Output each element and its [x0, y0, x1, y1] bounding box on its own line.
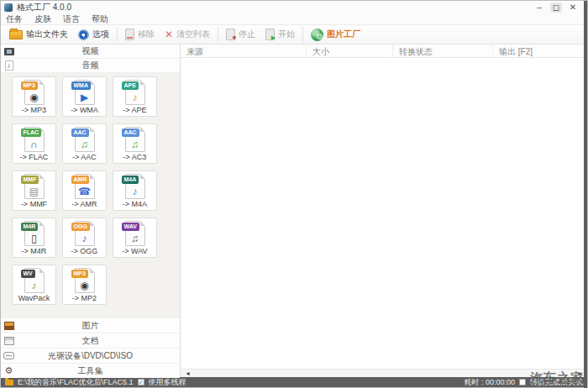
- options-button[interactable]: 选项: [73, 27, 114, 42]
- shutdown-checkbox[interactable]: [519, 379, 526, 385]
- convert-button-label: -> APE: [123, 106, 146, 114]
- remove-label: 移除: [138, 29, 155, 40]
- format-glyph-icon: ♫: [76, 138, 94, 151]
- picture-factory-button[interactable]: 图片工厂: [306, 27, 365, 43]
- toolset-label: 工具集: [1, 365, 180, 377]
- sidebar-item-audio[interactable]: ♪ 音频: [1, 59, 180, 73]
- audio-convert-button[interactable]: M4R▯-> M4R: [12, 218, 56, 258]
- format-glyph-icon: ♪: [25, 279, 44, 292]
- watermark: 汽车之家: [530, 370, 584, 386]
- disc-label: 光驱设备\DVD\CD\ISO: [1, 350, 180, 362]
- format-badge: APE: [122, 81, 139, 90]
- format-glyph-icon: ▤: [25, 185, 44, 198]
- sidebar-item-disc[interactable]: 光驱设备\DVD\CD\ISO: [1, 348, 180, 363]
- menu-skin[interactable]: 皮肤: [34, 13, 51, 24]
- status-bar: E:\我的音乐\FLAC优化后\FLAC5.1 ✓ 使用多线程 耗时 : 00:…: [1, 377, 587, 387]
- picture-factory-icon: [311, 29, 323, 41]
- file-format-icon: WV♪: [24, 268, 45, 293]
- audio-convert-button[interactable]: APE♪-> APE: [113, 76, 157, 117]
- file-format-icon: M4R▯: [24, 221, 45, 246]
- sidebar-item-picture[interactable]: 图片: [1, 317, 180, 333]
- audio-convert-button[interactable]: FLAC∩-> FLAC: [12, 123, 56, 164]
- start-button[interactable]: ▶ 开始: [260, 27, 300, 42]
- file-format-icon: OGG♪: [75, 221, 95, 246]
- file-format-icon: MP3◉: [24, 80, 45, 105]
- sidebar-item-document[interactable]: 文档: [1, 333, 180, 348]
- start-icon: ▶: [265, 29, 275, 40]
- column-output[interactable]: 输出 [F2]: [493, 45, 587, 57]
- format-badge: OGG: [71, 223, 90, 231]
- convert-button-label: -> WAV: [122, 247, 147, 255]
- picture-factory-label: 图片工厂: [327, 29, 360, 40]
- audio-convert-button[interactable]: WV♪WavPack: [12, 265, 56, 305]
- convert-button-label: -> FLAC: [20, 153, 49, 161]
- file-format-icon: AMR☎: [75, 174, 95, 199]
- format-badge: WAV: [122, 223, 139, 231]
- clear-list-icon: ✕: [165, 29, 173, 39]
- stop-label: 停止: [239, 29, 255, 40]
- file-format-icon: MP3◉: [75, 268, 95, 293]
- audio-convert-button[interactable]: OGG♪-> OGG: [62, 218, 107, 258]
- menu-help[interactable]: 帮助: [92, 13, 108, 24]
- multithread-label: 使用多线程: [149, 377, 186, 388]
- format-badge: WV: [21, 270, 35, 278]
- sidebar-item-toolset[interactable]: ⚙ 工具集: [1, 363, 180, 378]
- column-source[interactable]: 来源: [181, 45, 307, 57]
- column-status[interactable]: 转换状态: [393, 45, 493, 57]
- format-badge: M4R: [21, 223, 39, 231]
- audio-convert-button[interactable]: MMF▤-> MMF: [12, 170, 56, 211]
- audio-convert-button[interactable]: WMA▶-> WMA: [62, 76, 107, 117]
- multithread-checkbox[interactable]: ✓: [138, 379, 144, 385]
- convert-button-label: -> AC3: [123, 153, 147, 161]
- audio-convert-button[interactable]: AAC♫-> AC3: [113, 123, 157, 164]
- minimize-button[interactable]: –: [533, 3, 545, 13]
- output-path[interactable]: E:\我的音乐\FLAC优化后\FLAC5.1: [18, 377, 134, 388]
- file-list-body[interactable]: [181, 58, 587, 369]
- toolbar-separator: [117, 27, 118, 42]
- clear-list-button[interactable]: ✕ 清空列表: [160, 27, 215, 42]
- format-glyph-icon: ∩: [25, 138, 44, 151]
- audio-convert-button[interactable]: AAC♫-> AAC: [62, 123, 107, 164]
- menu-task[interactable]: 任务: [6, 13, 23, 24]
- format-badge: AAC: [71, 128, 89, 137]
- format-badge: AMR: [71, 176, 90, 184]
- audio-convert-button[interactable]: MP3◉-> MP2: [62, 265, 107, 305]
- maximize-button[interactable]: ◻: [550, 3, 562, 13]
- audio-convert-button[interactable]: M4A♪-> M4A: [113, 170, 157, 211]
- window-edge: [584, 1, 587, 388]
- file-format-icon: APE♪: [125, 80, 145, 105]
- remove-button[interactable]: 移除: [120, 27, 160, 42]
- format-glyph-icon: ◉: [25, 91, 44, 104]
- window-controls: – ◻ ✕: [533, 3, 584, 13]
- format-badge: MP3: [71, 270, 88, 278]
- sidebar-item-video[interactable]: 视频: [1, 45, 180, 59]
- format-badge: AAC: [122, 128, 139, 137]
- stop-button[interactable]: ■ 停止: [221, 27, 260, 42]
- file-format-icon: WAV♫: [125, 221, 145, 246]
- convert-button-label: -> AMR: [71, 200, 97, 208]
- format-badge: MP3: [21, 81, 38, 90]
- menu-language[interactable]: 语言: [63, 13, 80, 24]
- convert-button-label: -> MMF: [21, 200, 47, 208]
- scroll-left-icon[interactable]: ◄: [185, 370, 191, 377]
- audio-convert-button[interactable]: MP3◉-> MP3: [12, 76, 56, 117]
- format-badge: WMA: [71, 81, 92, 90]
- audio-label: 音频: [1, 60, 180, 71]
- audio-convert-button[interactable]: AMR☎-> AMR: [62, 170, 107, 211]
- disc-drive-icon: [3, 351, 14, 361]
- video-label: 视频: [1, 45, 180, 57]
- toolbar-separator: [218, 27, 218, 42]
- format-badge: FLAC: [21, 128, 42, 137]
- elapsed-time: 耗时 : 00:00:00: [464, 377, 515, 388]
- output-folder-button[interactable]: 输出文件夹: [4, 27, 73, 42]
- file-list-panel: 来源 大小 转换状态 输出 [F2] ◄ ►: [181, 45, 587, 377]
- audio-convert-button[interactable]: WAV♫-> WAV: [113, 218, 157, 258]
- close-button[interactable]: ✕: [567, 3, 579, 13]
- horizontal-scrollbar[interactable]: ◄ ►: [181, 369, 587, 377]
- convert-button-label: WavPack: [18, 294, 50, 302]
- menu-bar: 任务 皮肤 语言 帮助: [1, 13, 587, 24]
- format-glyph-icon: ☎: [76, 185, 94, 198]
- format-glyph-icon: ♫: [126, 232, 144, 245]
- app-icon: [4, 3, 13, 12]
- column-size[interactable]: 大小: [307, 45, 393, 57]
